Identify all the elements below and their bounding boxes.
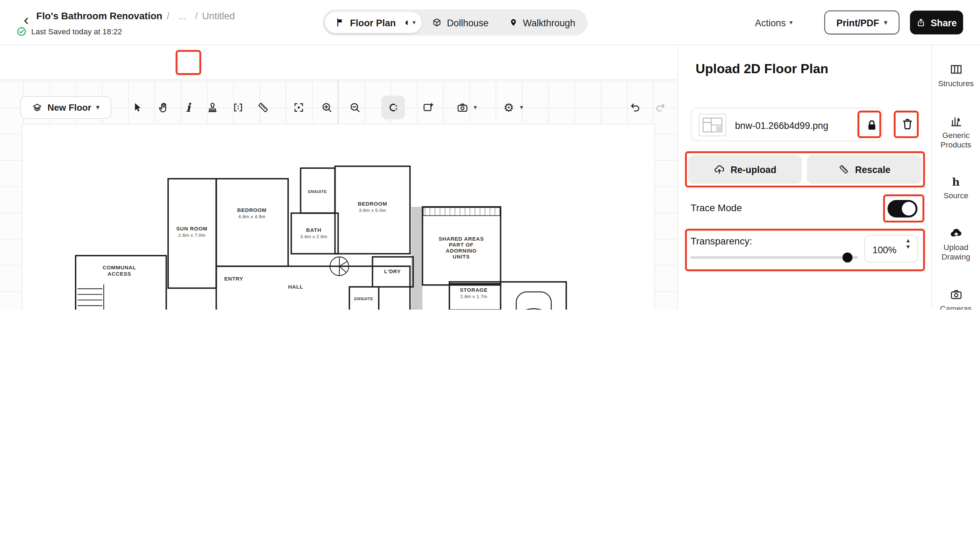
sidebar-item-upload-drawing[interactable]: Upload Drawing [933, 226, 979, 262]
tab-floor-plan[interactable]: Floor Plan ◐ ▾ [325, 12, 422, 33]
breadcrumb-document[interactable]: Untitled [202, 11, 235, 21]
save-status: Last Saved today at 18:22 [16, 26, 122, 37]
room-label: ENSUITE [355, 297, 373, 301]
top-header: ‹ Flo's Bathroom Renovation/.../Untitled… [0, 0, 980, 45]
sidebar-item-label: Cameras [940, 304, 972, 310]
contrast-icon: ◐ [404, 17, 410, 28]
rescale-button[interactable]: Rescale [807, 155, 922, 184]
save-status-text: Last Saved today at 18:22 [31, 27, 122, 36]
transparency-decrement-button[interactable]: ▼ [904, 245, 912, 250]
panel-title: Upload 2D Floor Plan [695, 61, 828, 76]
new-floor-dropdown[interactable]: New Floor ▾ [20, 96, 111, 119]
trace-pen-icon: i [186, 102, 191, 113]
stamp-tool-button[interactable] [201, 96, 224, 119]
chevron-down-icon: ▾ [96, 104, 99, 111]
reupload-button[interactable]: Re-upload [688, 155, 802, 184]
select-tool-button[interactable] [126, 96, 148, 119]
rescale-label: Rescale [855, 164, 890, 175]
print-pdf-label: Print/PDF [837, 17, 879, 28]
trace-mode-label: Trace Mode [691, 202, 742, 214]
print-pdf-button[interactable]: Print/PDF ▾ [824, 11, 899, 34]
room-label: HALL [288, 284, 303, 290]
trash-icon [900, 117, 914, 130]
stamp-icon [206, 101, 219, 114]
sidebar-item-label: Structures [938, 80, 974, 89]
sidebar-item-label: Source [943, 191, 969, 201]
hatched-strip [423, 207, 500, 215]
lock-button[interactable] [864, 117, 880, 133]
upload-drawing-icon [948, 226, 964, 240]
share-icon [916, 17, 926, 28]
sidebar-item-label: Generic Products [933, 131, 979, 151]
measure-tool-button[interactable] [252, 96, 274, 119]
lock-icon [865, 118, 879, 132]
camera-tool-button[interactable] [451, 96, 474, 119]
tab-dollhouse[interactable]: Dollhouse [422, 12, 499, 33]
camera-icon [457, 101, 469, 114]
breadcrumb: Flo's Bathroom Renovation/.../Untitled [36, 11, 235, 22]
source-icon: h [952, 175, 960, 188]
room-label: BATH3.4m x 2.8m [300, 227, 328, 239]
upload-panel: Upload 2D Floor Plan bnw-01.266b4d99.png [678, 45, 931, 310]
floorplan-image: SUN ROOM2.6m x 7.0m BEDROOM4.8m x 4.9m E… [22, 124, 655, 310]
zoom-in-button[interactable] [316, 96, 338, 119]
zoom-in-icon [320, 101, 333, 114]
settings-chevron-down-icon[interactable]: ▾ [520, 104, 523, 111]
view-switcher: Floor Plan ◐ ▾ Dollhouse Walkthrough [323, 10, 588, 36]
room-label: BEDROOM4.8m x 4.9m [237, 207, 267, 219]
zoom-out-icon [349, 101, 361, 114]
zoom-fit-icon [293, 101, 305, 114]
rescale-ruler-icon [838, 164, 850, 175]
sidebar-item-structures[interactable]: Structures [933, 62, 979, 89]
transparency-increment-button[interactable]: ▲ [904, 238, 912, 244]
undo-icon [629, 101, 641, 114]
gear-icon: ⚙ [503, 102, 514, 113]
delete-file-button[interactable] [899, 115, 916, 132]
room-label: BEDROOM3.8m x 5.0m [358, 201, 387, 213]
cube-icon [432, 17, 442, 28]
add-image-icon [422, 101, 434, 114]
transparency-slider[interactable] [691, 256, 858, 259]
floorplan-sheet[interactable]: SUN ROOM2.6m x 7.0m BEDROOM4.8m x 4.9m E… [22, 124, 655, 310]
zoom-out-button[interactable] [344, 96, 366, 119]
camera-chevron-down-icon[interactable]: ▾ [474, 104, 477, 111]
room-label: SUN ROOM2.6m x 7.0m [176, 226, 207, 238]
redo-button[interactable] [649, 96, 672, 119]
saved-check-icon [16, 26, 27, 37]
chevron-down-icon: ▾ [789, 19, 792, 25]
sidebar-item-cameras[interactable]: Cameras [933, 287, 979, 310]
annotation-box-trace-tool [175, 50, 201, 75]
sidebar-item-source[interactable]: h Source [933, 175, 979, 201]
sidebar-item-label: Upload Drawing [933, 243, 979, 262]
actions-button[interactable]: Actions ▾ [755, 15, 792, 30]
undo-button[interactable] [624, 96, 646, 119]
breadcrumb-project[interactable]: Flo's Bathroom Renovation [36, 11, 162, 21]
ruler-icon [257, 101, 269, 114]
breadcrumb-separator: / [167, 11, 170, 21]
right-sidebar: Structures Generic Products h Source Upl… [931, 45, 980, 310]
breadcrumb-ellipsis[interactable]: ... [178, 11, 186, 21]
breadcrumb-separator: / [195, 11, 198, 21]
add-image-button[interactable] [417, 96, 439, 119]
cursor-icon [131, 101, 144, 114]
sidebar-item-generic-products[interactable]: Generic Products [933, 114, 979, 151]
room-label: STORAGE2.8m x 1.7m [460, 287, 488, 299]
pan-tool-button[interactable] [152, 96, 175, 119]
divider-tool-button[interactable] [227, 96, 250, 119]
settings-button[interactable]: ⚙ [497, 96, 520, 119]
floorplan-style-button[interactable]: ◐ ▾ [404, 17, 416, 28]
new-floor-label: New Floor [48, 103, 91, 113]
tab-walkthrough[interactable]: Walkthrough [499, 12, 585, 33]
wall-mode-button[interactable] [381, 95, 405, 119]
transparency-slider-knob[interactable] [842, 253, 853, 263]
zoom-fit-button[interactable] [288, 96, 310, 119]
tab-walkthrough-label: Walkthrough [523, 17, 575, 28]
room-label: ENTRY [224, 276, 243, 282]
chevron-down-icon: ▾ [884, 19, 887, 25]
transparency-spinner: 100% ▲ ▼ [864, 235, 918, 263]
chevron-down-icon: ▾ [413, 19, 416, 25]
cloud-upload-icon [713, 164, 725, 175]
share-button[interactable]: Share [910, 11, 963, 34]
trace-mode-toggle[interactable] [888, 200, 918, 218]
trace-draw-tool-button[interactable]: i [177, 96, 199, 119]
